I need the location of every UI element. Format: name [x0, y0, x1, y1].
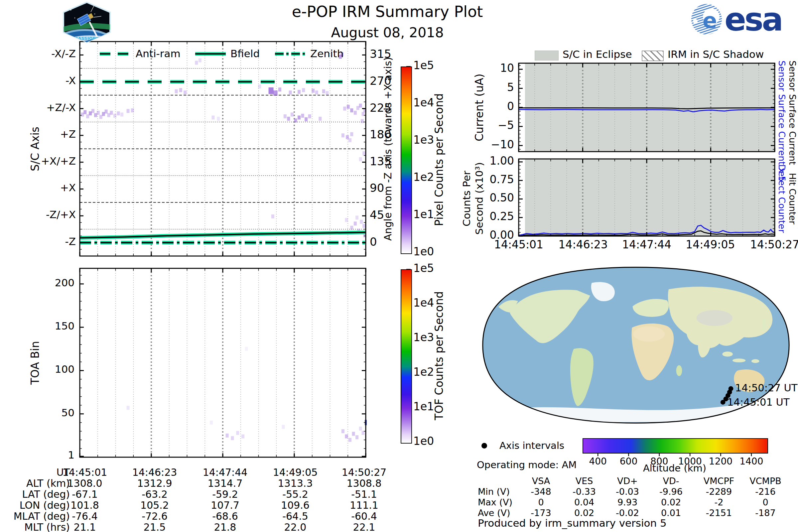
detect-counter-label: Detect Counter: [777, 150, 787, 247]
heatmap-point: [211, 115, 214, 119]
zenith-legend-label: Zenith: [310, 48, 343, 59]
heatmap-point: [341, 133, 344, 137]
axis-intervals-dot-icon: [481, 443, 487, 449]
colorbar-tick-label: 1e0: [413, 435, 434, 448]
sc-axis-sector-label: +X/+Z: [23, 155, 76, 167]
track-point: [728, 386, 734, 391]
heatmap-point: [362, 151, 365, 155]
time-tick-label: 14:45:01: [482, 239, 555, 251]
toa-tick-label: 200: [22, 277, 75, 289]
counts-tick-label: 1.00: [464, 155, 514, 167]
ephemeris-cell: 1308.0: [46, 478, 123, 489]
sc-axis-sector-label: +X: [23, 182, 76, 193]
bfield-line: [80, 232, 366, 238]
heatmap-point: [217, 117, 220, 121]
axis-intervals-label: Axis intervals: [499, 440, 564, 451]
heatmap-point: [298, 115, 301, 119]
heatmap-point: [198, 58, 202, 62]
angle-right-tick-label: 315: [370, 48, 391, 60]
heatmap-point: [347, 105, 350, 109]
ephemeris-cell: -51.1: [326, 489, 402, 500]
heatmap-point: [354, 222, 357, 225]
heatmap-point: [226, 434, 229, 438]
ephemeris-cell: 14:49:05: [257, 467, 334, 478]
colorbar-tick-label: 1e5: [413, 59, 434, 72]
eclipse-region: [525, 159, 775, 236]
plot-frame: [519, 63, 775, 152]
time-tick-label: 14:47:44: [610, 239, 683, 251]
bfield-legend-line-icon: [194, 50, 226, 58]
series-line: [519, 225, 775, 235]
heatmap-point: [102, 112, 105, 116]
series-line: [519, 109, 775, 112]
heatmap-point: [308, 114, 311, 118]
ephemeris-cell: -63.2: [116, 489, 193, 500]
epop-irm-summary-page: CASSIOPE e-POP IRM Summary Plot August 0…: [0, 0, 798, 532]
operating-mode-label: Operating mode: AM: [477, 459, 576, 470]
ground-track-map: 14:50:27 UT14:45:01 UT: [479, 265, 793, 425]
heatmap-point: [357, 106, 359, 110]
heatmap-point: [315, 91, 318, 94]
time-tick-label: 14:50:27: [738, 239, 798, 251]
heatmap-point: [365, 420, 367, 425]
bfield-line-core: [80, 232, 366, 238]
colorbar-tick-label: 1e1: [413, 401, 434, 413]
heatmap-point: [311, 89, 315, 93]
altitude-tick-label: 1400: [732, 456, 772, 467]
heatmap-point: [361, 119, 364, 123]
heatmap-point: [357, 229, 360, 233]
track-start-time-label: 14:45:01 UT: [727, 397, 790, 408]
shadow-legend-swatch: [642, 51, 664, 61]
heatmap-point: [110, 111, 113, 115]
ephemeris-cell: -72.6: [116, 511, 193, 522]
heatmap-point: [231, 436, 234, 440]
altitude-colorbar: [583, 438, 768, 454]
esa-wordmark: esa: [724, 3, 782, 36]
heatmap-point: [302, 88, 305, 92]
esa-logo-icon: e esa: [690, 3, 794, 36]
heatmap-point: [301, 114, 304, 118]
toa-bin-ylabel: TOA Bin: [29, 268, 41, 457]
tof-colorbar: [401, 269, 412, 443]
bfield-legend-label: Bfield: [230, 48, 260, 59]
heatmap-point: [127, 406, 130, 410]
voltage-cell: -187: [737, 508, 794, 518]
toa-tick-label: 100: [22, 363, 75, 375]
ephemeris-cell: -64.5: [257, 511, 334, 522]
heatmap-point: [278, 88, 281, 92]
heatmap-point: [363, 108, 366, 112]
ephemeris-cell: 1314.7: [187, 478, 263, 489]
heatmap-point: [354, 111, 357, 115]
colorbar-tick-label: 1e2: [413, 171, 434, 184]
eclipse-region: [525, 63, 775, 152]
heatmap-point: [284, 114, 287, 118]
series-line: [519, 108, 775, 109]
heatmap-point: [241, 434, 244, 438]
zenith-legend-line-icon: [274, 50, 306, 58]
shadow-legend-label: IRM in S/C Shadow: [668, 49, 764, 60]
heatmap-point: [356, 215, 358, 220]
heatmap-point: [350, 226, 353, 230]
colorbar-tick-label: 1e0: [413, 246, 434, 258]
sensor-surface-current-x5-label: Sensor Surface Current x 5: [777, 60, 787, 160]
ephemeris-cell: 21.8: [187, 522, 263, 532]
ephemeris-cell: 101.8: [46, 500, 123, 511]
heatmap-point: [362, 112, 365, 116]
heatmap-point: [291, 112, 293, 116]
ephemeris-cell: -67.1: [46, 489, 123, 500]
heatmap-point: [360, 220, 363, 224]
heatmap-point: [108, 113, 110, 117]
ephemeris-cell: 14:47:44: [187, 467, 263, 478]
heatmap-point: [86, 114, 89, 118]
produced-by-text: Produced by irm_summary version 5: [478, 517, 667, 529]
angle-right-axis-label: Angle from -Z axis (towards +X axis): [382, 41, 394, 256]
heatmap-point: [269, 88, 274, 94]
ephemeris-cell: 111.1: [326, 500, 402, 511]
sc-axis-sector-label: -Z: [23, 236, 76, 247]
heatmap-point: [352, 432, 355, 436]
heatmap-point: [258, 84, 261, 89]
track-end-time-label: 14:50:27 UT: [735, 382, 798, 394]
current-tick-label: 0: [464, 100, 514, 113]
colorbar-tick-label: 1e4: [413, 97, 434, 109]
heatmap-point: [97, 111, 100, 115]
